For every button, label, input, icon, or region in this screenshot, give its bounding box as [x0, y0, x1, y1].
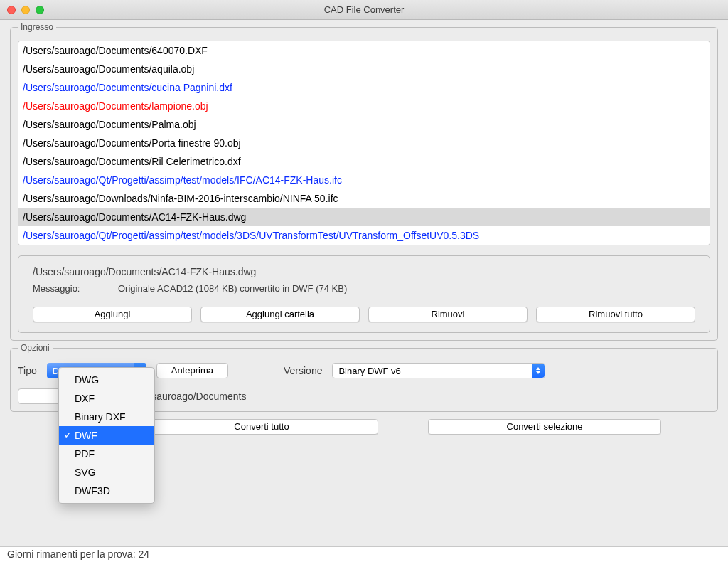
- remove-button[interactable]: Rimuovi: [368, 307, 528, 322]
- info-box: /Users/sauroago/Documents/AC14-FZK-Haus.…: [18, 255, 710, 333]
- file-item[interactable]: /Users/sauroago/Documents/Palma.obj: [18, 115, 710, 134]
- dropdown-item[interactable]: PDF: [59, 445, 154, 463]
- opzioni-label: Opzioni: [18, 343, 53, 353]
- convert-all-button[interactable]: Converti tutto: [145, 419, 378, 435]
- info-message-label: Messaggio:: [33, 283, 118, 294]
- dropdown-item[interactable]: DXF: [59, 389, 154, 408]
- convert-selection-button[interactable]: Converti selezione: [428, 419, 661, 435]
- minimize-icon[interactable]: [21, 6, 30, 14]
- file-item[interactable]: /Users/sauroago/Documents/cucina Pagnini…: [18, 78, 710, 97]
- add-folder-button[interactable]: Aggiungi cartella: [200, 307, 360, 322]
- file-item[interactable]: /Users/sauroago/Documents/lampione.obj: [18, 97, 710, 115]
- file-item[interactable]: /Users/sauroago/Documents/Ril Celerimetr…: [18, 152, 710, 171]
- chevron-updown-icon: [532, 364, 545, 378]
- dropdown-item[interactable]: DWF: [59, 426, 154, 445]
- zoom-icon[interactable]: [36, 6, 44, 14]
- file-item[interactable]: /Users/sauroago/Qt/Progetti/assimp/test/…: [18, 171, 710, 189]
- file-item[interactable]: /Users/sauroago/Documents/aquila.obj: [18, 60, 710, 78]
- ingresso-label: Ingresso: [18, 22, 56, 32]
- file-item[interactable]: /Users/sauroago/Documents/AC14-FZK-Haus.…: [18, 208, 710, 226]
- remove-all-button[interactable]: Rimuovi tutto: [536, 307, 695, 322]
- add-button[interactable]: Aggiungi: [33, 307, 192, 322]
- file-list[interactable]: /Users/sauroago/Documents/640070.DXF/Use…: [18, 41, 710, 245]
- info-message-value: Originale ACAD12 (1084 KB) convertito in…: [118, 283, 695, 294]
- ingresso-group: Ingresso /Users/sauroago/Documents/64007…: [10, 27, 718, 341]
- versione-select[interactable]: Binary DWF v6: [332, 363, 545, 378]
- dropdown-item[interactable]: DWG: [59, 371, 154, 389]
- versione-label: Versione: [284, 365, 322, 376]
- info-path: /Users/sauroago/Documents/AC14-FZK-Haus.…: [33, 266, 695, 277]
- window-title: CAD File Converter: [324, 4, 405, 15]
- close-icon[interactable]: [7, 6, 16, 14]
- dropdown-item[interactable]: Binary DXF: [59, 408, 154, 426]
- dropdown-item[interactable]: DWF3D: [59, 482, 154, 500]
- file-item[interactable]: /Users/sauroago/Qt/Progetti/assimp/test/…: [18, 226, 710, 245]
- anteprima-button[interactable]: Anteprima: [156, 363, 228, 378]
- traffic-lights: [7, 6, 44, 14]
- status-bar: Giorni rimanenti per la prova: 24: [0, 546, 728, 562]
- file-item[interactable]: /Users/sauroago/Downloads/Ninfa-BIM-2016…: [18, 189, 710, 208]
- file-item[interactable]: /Users/sauroago/Documents/640070.DXF: [18, 41, 710, 60]
- tipo-label: Tipo: [18, 365, 37, 376]
- versione-value: Binary DWF v6: [338, 366, 400, 376]
- dropdown-item[interactable]: SVG: [59, 463, 154, 482]
- tipo-dropdown-menu[interactable]: DWGDXFBinary DXFDWFPDFSVGDWF3D: [58, 367, 155, 504]
- titlebar: CAD File Converter: [0, 0, 728, 20]
- file-item[interactable]: /Users/sauroago/Documents/Porta finestre…: [18, 134, 710, 152]
